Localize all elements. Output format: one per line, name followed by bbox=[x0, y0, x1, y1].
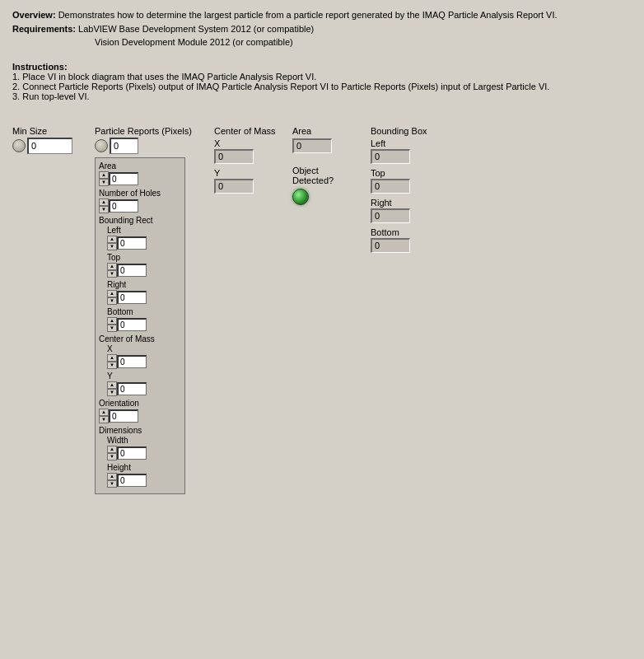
pp-com-label: Center of Mass bbox=[99, 334, 181, 344]
step1: 1. Place VI in block diagram that uses t… bbox=[12, 72, 632, 82]
pp-br-left-up-btn[interactable]: ▲ bbox=[107, 236, 117, 243]
pp-area-row: ▲ ▼ bbox=[99, 171, 181, 186]
pp-com-x-label: X bbox=[107, 344, 181, 353]
pp-holes-row: ▲ ▼ bbox=[99, 199, 181, 213]
pp-br-bottom-spinner: ▲ ▼ bbox=[107, 317, 117, 332]
overview-text: Demonstrates how to determine the larges… bbox=[58, 10, 558, 20]
bb-bottom-wrap: Bottom 0 bbox=[371, 227, 410, 253]
pp-com-y-up-btn[interactable]: ▲ bbox=[107, 381, 117, 389]
pp-com-section: Center of Mass X ▲ ▼ Y bbox=[99, 334, 181, 396]
pp-area-spinner: ▲ ▼ bbox=[99, 171, 109, 186]
bb-right-wrap: Right 0 bbox=[371, 198, 410, 223]
pp-br-right-input[interactable] bbox=[117, 291, 147, 304]
pp-br-bottom-field: Bottom ▲ ▼ bbox=[99, 307, 181, 332]
particle-panel: Area ▲ ▼ Number of Holes ▲ bbox=[95, 157, 185, 494]
pp-br-top-field: Top ▲ ▼ bbox=[99, 253, 181, 278]
pp-dim-height-field: Height ▲ ▼ bbox=[99, 463, 181, 488]
pp-dim-width-field: Width ▲ ▼ bbox=[99, 436, 181, 460]
step3: 3. Run top-level VI. bbox=[12, 91, 632, 101]
instructions-title: Instructions: bbox=[12, 62, 68, 72]
pp-bounding-rect-section: Bounding Rect Left ▲ ▼ Top bbox=[99, 216, 181, 332]
pp-area-down-btn[interactable]: ▼ bbox=[99, 179, 109, 186]
particle-reports-spinner-icon bbox=[95, 139, 108, 152]
pp-br-right-up-btn[interactable]: ▲ bbox=[107, 290, 117, 297]
pp-dim-height-label: Height bbox=[107, 463, 181, 472]
pp-holes-input[interactable] bbox=[109, 199, 138, 213]
pp-orientation-field: Orientation ▲ ▼ bbox=[99, 399, 181, 423]
pp-com-y-down-btn[interactable]: ▼ bbox=[107, 389, 117, 396]
requirements-line: Requirements: LabVIEW Base Development S… bbox=[12, 22, 632, 36]
cm-x-out-wrap: X 0 bbox=[214, 138, 254, 164]
center-of-mass-output-column: Center of Mass X 0 Y 0 bbox=[214, 126, 280, 198]
pp-br-right-row: ▲ ▼ bbox=[107, 290, 181, 305]
pp-bounding-rect-label: Bounding Rect bbox=[99, 216, 181, 225]
pp-br-left-down-btn[interactable]: ▼ bbox=[107, 243, 117, 250]
pp-dim-height-input[interactable] bbox=[117, 474, 147, 487]
pp-br-left-input[interactable] bbox=[117, 236, 147, 250]
object-detected-led bbox=[292, 189, 309, 205]
pp-br-top-label: Top bbox=[107, 253, 181, 262]
pp-br-top-input[interactable] bbox=[117, 264, 147, 277]
bounding-box-title: Bounding Box bbox=[371, 126, 427, 136]
pp-area-field: Area ▲ ▼ bbox=[99, 161, 181, 186]
pp-com-x-input[interactable] bbox=[117, 355, 147, 368]
pp-com-x-field: X ▲ ▼ bbox=[99, 344, 181, 369]
particle-reports-input[interactable] bbox=[110, 138, 138, 154]
instructions-area: Instructions: 1. Place VI in block diagr… bbox=[12, 62, 632, 101]
bb-top-wrap: Top 0 bbox=[371, 168, 410, 194]
bb-bottom-label: Bottom bbox=[371, 227, 410, 237]
pp-br-top-down-btn[interactable]: ▼ bbox=[107, 270, 117, 278]
req2-line: Vision Development Module 2012 (or compa… bbox=[95, 35, 632, 49]
pp-br-left-row: ▲ ▼ bbox=[107, 236, 181, 250]
cm-y-out-label: Y bbox=[214, 168, 254, 178]
bb-top-label: Top bbox=[371, 168, 410, 178]
pp-br-right-field: Right ▲ ▼ bbox=[99, 280, 181, 305]
pp-holes-field: Number of Holes ▲ ▼ bbox=[99, 189, 181, 213]
pp-br-bottom-row: ▲ ▼ bbox=[107, 317, 181, 332]
pp-orientation-spinner: ▲ ▼ bbox=[99, 409, 109, 423]
pp-dim-width-up-btn[interactable]: ▲ bbox=[107, 446, 117, 453]
pp-dim-width-input[interactable] bbox=[117, 446, 147, 460]
pp-com-x-up-btn[interactable]: ▲ bbox=[107, 354, 117, 362]
pp-com-x-down-btn[interactable]: ▼ bbox=[107, 362, 117, 369]
pp-br-right-down-btn[interactable]: ▼ bbox=[107, 297, 117, 305]
pp-dim-width-row: ▲ ▼ bbox=[107, 446, 181, 460]
min-size-column: Min Size bbox=[12, 126, 82, 154]
pp-dim-width-spinner: ▲ ▼ bbox=[107, 446, 117, 460]
pp-orientation-row: ▲ ▼ bbox=[99, 409, 181, 423]
pp-dim-width-down-btn[interactable]: ▼ bbox=[107, 453, 117, 460]
pp-br-bottom-up-btn[interactable]: ▲ bbox=[107, 317, 117, 325]
pp-dim-height-up-btn[interactable]: ▲ bbox=[107, 473, 117, 480]
pp-holes-spinner: ▲ ▼ bbox=[99, 199, 109, 213]
pp-br-left-label: Left bbox=[107, 226, 181, 235]
step2: 2. Connect Particle Reports (Pixels) out… bbox=[12, 82, 632, 91]
pp-dimensions-section: Dimensions Width ▲ ▼ Height bbox=[99, 426, 181, 488]
pp-com-y-field: Y ▲ ▼ bbox=[99, 372, 181, 396]
pp-holes-up-btn[interactable]: ▲ bbox=[99, 199, 109, 206]
main-container: Overview: Demonstrates how to determine … bbox=[0, 0, 644, 502]
pp-com-y-row: ▲ ▼ bbox=[107, 381, 181, 396]
pp-com-y-input[interactable] bbox=[117, 382, 147, 395]
pp-orientation-up-btn[interactable]: ▲ bbox=[99, 409, 109, 416]
pp-orientation-input[interactable] bbox=[109, 409, 138, 423]
pp-dim-width-label: Width bbox=[107, 436, 181, 445]
pp-dim-height-down-btn[interactable]: ▼ bbox=[107, 480, 117, 488]
bounding-box-column: Bounding Box Left 0 Top 0 Right 0 Bottom… bbox=[371, 126, 436, 257]
pp-com-y-label: Y bbox=[107, 372, 181, 381]
cm-x-out-label: X bbox=[214, 138, 254, 148]
pp-br-bottom-down-btn[interactable]: ▼ bbox=[107, 325, 117, 332]
pp-br-top-up-btn[interactable]: ▲ bbox=[107, 263, 117, 270]
pp-com-x-spinner: ▲ ▼ bbox=[107, 354, 117, 369]
center-of-mass-output-title: Center of Mass bbox=[214, 126, 276, 136]
pp-holes-down-btn[interactable]: ▼ bbox=[99, 206, 109, 213]
pp-br-bottom-input[interactable] bbox=[117, 318, 147, 331]
cm-x-out-value: 0 bbox=[214, 149, 254, 164]
pp-area-input[interactable] bbox=[109, 172, 138, 185]
pp-area-label: Area bbox=[99, 161, 181, 171]
pp-orientation-down-btn[interactable]: ▼ bbox=[99, 416, 109, 423]
pp-area-up-btn[interactable]: ▲ bbox=[99, 171, 109, 179]
min-size-input[interactable] bbox=[27, 138, 72, 154]
cm-y-out-value: 0 bbox=[214, 179, 254, 194]
pp-com-y-spinner: ▲ ▼ bbox=[107, 381, 117, 396]
pp-br-right-spinner: ▲ ▼ bbox=[107, 290, 117, 305]
